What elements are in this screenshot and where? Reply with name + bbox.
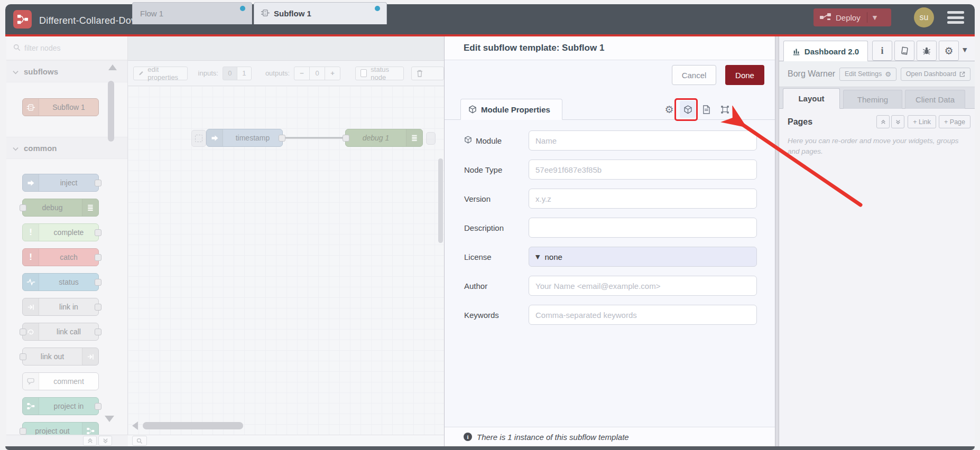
book-icon: [900, 46, 909, 55]
dashboard-subtabs: Layout Theming Client Data: [779, 87, 975, 109]
subflow-input-ghost[interactable]: [191, 130, 206, 147]
nrlogo-icon: [23, 398, 39, 415]
palette-node-link-out[interactable]: link out: [22, 348, 99, 365]
tab-subflow-1[interactable]: Subflow 1: [254, 2, 387, 24]
palette-search[interactable]: filter nodes: [6, 36, 127, 60]
edit-properties-button[interactable]: edit properties: [133, 67, 188, 80]
status-node-checkbox[interactable]: status node: [355, 67, 404, 80]
chevron-down-icon: [13, 67, 19, 76]
palette-node-link-call[interactable]: link call: [22, 323, 99, 341]
field-label-author: Author: [464, 282, 529, 290]
edit-settings-button[interactable]: Edit Settings ⚙: [839, 68, 896, 81]
version-input[interactable]: [529, 189, 757, 209]
field-row-license: License▼none: [464, 247, 757, 267]
author-input[interactable]: [529, 276, 757, 296]
appearance-tab-button[interactable]: [717, 101, 733, 118]
description-input[interactable]: [529, 218, 757, 238]
module-properties-tab-button[interactable]: [680, 101, 696, 118]
tab-client-data[interactable]: Client Data: [905, 90, 965, 109]
expand-all-categories-button[interactable]: [98, 436, 112, 446]
keywords-input[interactable]: [529, 305, 757, 325]
inputs-0-button[interactable]: 0: [223, 67, 237, 80]
field-row-version: Version: [464, 189, 757, 209]
palette-node-inject[interactable]: inject: [22, 174, 99, 192]
user-avatar[interactable]: su: [914, 7, 934, 27]
deploy-options-chevron-icon[interactable]: ▼: [873, 14, 877, 21]
bar-chart-icon: [792, 48, 801, 55]
open-dashboard-button[interactable]: Open Dashboard: [901, 68, 970, 81]
outputs-decrease-button[interactable]: −: [294, 67, 310, 80]
inputs-toggle: 0 1: [223, 67, 252, 80]
field-label-description: Description: [464, 223, 529, 232]
palette-scrollbar-thumb[interactable]: [108, 81, 114, 142]
zoom-search-button[interactable]: [132, 436, 147, 446]
palette-node-link-in[interactable]: link in: [22, 298, 99, 316]
description-tab-button[interactable]: [698, 101, 714, 118]
flow-1-modified-dot: [240, 6, 245, 11]
tab-flow-1[interactable]: Flow 1: [132, 2, 252, 24]
canvas-horizontal-scrollbar[interactable]: [143, 422, 243, 429]
sidebar-info-tab-button[interactable]: i: [872, 41, 892, 61]
tab-dashboard-2[interactable]: Dashboard 2.0: [783, 41, 868, 61]
palette-node-debug[interactable]: debug: [22, 199, 99, 217]
category-header-subflows[interactable]: subflows: [6, 60, 127, 82]
pulse-icon: [23, 274, 39, 290]
main-menu-button[interactable]: [947, 11, 964, 24]
cancel-button[interactable]: Cancel: [672, 65, 716, 85]
move-down-button[interactable]: [891, 115, 904, 128]
subflow-1-modified-dot: [375, 6, 380, 11]
edit-properties-tab-button[interactable]: ⚙: [661, 101, 677, 118]
tab-layout[interactable]: Layout: [783, 88, 840, 109]
double-chevron-up-icon: [87, 438, 93, 444]
info-i-icon: i: [881, 45, 883, 57]
inputs-1-button[interactable]: 1: [237, 67, 252, 80]
subflow-toolbar: edit properties inputs: 0 1 outputs: − 0…: [128, 61, 444, 86]
document-icon: [702, 105, 710, 114]
add-link-button[interactable]: + Link: [908, 115, 936, 128]
deploy-button[interactable]: Deploy ▼: [813, 8, 891, 26]
edit-subflow-tray: Edit subflow template: Subflow 1 Cancel …: [444, 36, 775, 446]
sidebar-resize-handle[interactable]: [775, 36, 779, 446]
flow-canvas[interactable]: timestamp debug 1: [128, 86, 444, 435]
outputs-increase-button[interactable]: +: [325, 67, 340, 80]
field-label-module: Module: [464, 136, 529, 145]
workspace-tabstrip: [128, 36, 444, 61]
cube-icon: [468, 105, 477, 114]
inputs-label: inputs:: [198, 69, 218, 77]
subflow-output-ghost[interactable]: [426, 132, 436, 145]
output-port[interactable]: [279, 135, 285, 142]
add-page-button[interactable]: + Page: [939, 115, 970, 128]
license-dropdown[interactable]: ▼none: [529, 247, 757, 267]
canvas-node-debug-1[interactable]: debug 1: [345, 129, 423, 147]
palette-node-catch[interactable]: !catch: [22, 248, 99, 266]
sidebar-help-tab-button[interactable]: [894, 41, 914, 61]
palette-node-comment[interactable]: comment: [22, 372, 99, 390]
output-port: [95, 279, 101, 286]
module-input[interactable]: [529, 130, 757, 151]
done-button[interactable]: Done: [725, 65, 764, 85]
palette-scroll-down-icon[interactable]: [105, 416, 114, 422]
move-up-button[interactable]: [876, 115, 890, 128]
canvas-vertical-scrollbar[interactable]: [438, 158, 443, 243]
palette-node-subflow-1[interactable]: Subflow 1: [22, 98, 99, 116]
input-port[interactable]: [343, 135, 349, 142]
palette-node-complete[interactable]: !complete: [22, 223, 99, 241]
palette-node-project-in[interactable]: project in: [22, 397, 99, 415]
sidebar-debug-tab-button[interactable]: [917, 41, 937, 61]
field-row-author: Author: [464, 276, 757, 296]
sidebar-more-tabs-chevron-icon[interactable]: ▼: [963, 46, 967, 53]
tray-buttonbar: Cancel Done: [445, 60, 775, 90]
tab-module-properties[interactable]: Module Properties: [460, 99, 562, 120]
input-port: [20, 204, 26, 211]
collapse-all-categories-button[interactable]: [83, 436, 97, 446]
palette-scroll-up-icon[interactable]: [108, 64, 117, 70]
field-row-node-type: Node Type: [464, 160, 757, 180]
canvas-scroll-left-icon[interactable]: [132, 421, 138, 430]
node-type-input[interactable]: [529, 160, 757, 180]
canvas-node-timestamp[interactable]: timestamp: [206, 129, 283, 147]
sidebar-config-tab-button[interactable]: ⚙: [939, 41, 959, 61]
palette-node-status[interactable]: status: [22, 273, 99, 291]
delete-subflow-button[interactable]: [411, 67, 444, 80]
canvas-footer: [128, 435, 444, 446]
tab-theming[interactable]: Theming: [843, 90, 902, 109]
